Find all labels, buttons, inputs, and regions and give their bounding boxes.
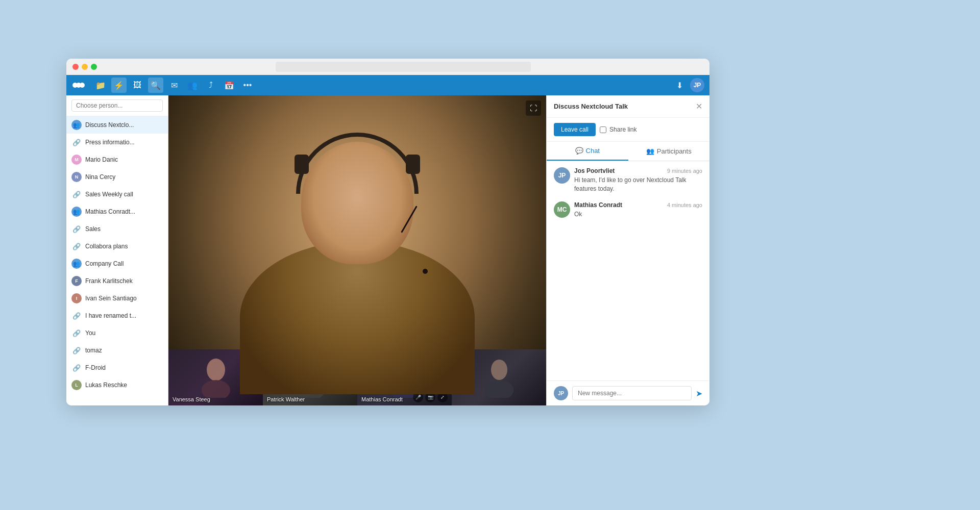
sidebar-item-collabora-plans[interactable]: 🔗 Collabora plans ••• bbox=[66, 238, 168, 255]
sidebar-item-label: Collabora plans bbox=[85, 243, 155, 250]
sidebar-item-label: Mario Danic bbox=[85, 156, 155, 163]
group-icon: 👥 bbox=[71, 207, 82, 217]
sidebar-item-label: You bbox=[85, 329, 155, 337]
chat-msg-avatar-1: JP bbox=[554, 167, 570, 184]
browser-titlebar bbox=[66, 59, 709, 75]
sidebar-item-company-call[interactable]: 👥 Company Call ••• bbox=[66, 255, 168, 272]
unknown-silhouette bbox=[484, 357, 514, 398]
chat-input-area: JP ➤ bbox=[547, 380, 709, 405]
avatar: I bbox=[71, 293, 82, 303]
chat-tab-label: Chat bbox=[586, 147, 600, 155]
calendar-icon[interactable]: 📅 bbox=[222, 78, 237, 93]
sidebar-item-label: Sales bbox=[85, 225, 155, 233]
flow-icon[interactable]: ⤴ bbox=[203, 78, 218, 93]
search-input[interactable] bbox=[71, 99, 163, 112]
chat-msg-author-1: Jos Poortvliet bbox=[574, 167, 615, 174]
avatar: N bbox=[71, 172, 82, 182]
chat-send-button[interactable]: ➤ bbox=[696, 389, 702, 398]
sidebar-item-ivan-sein[interactable]: I Ivan Sein Santiago ••• bbox=[66, 290, 168, 307]
close-chat-button[interactable]: ✕ bbox=[696, 101, 702, 111]
participants-tab-label: Participants bbox=[657, 147, 692, 155]
chat-message-input[interactable] bbox=[572, 386, 692, 400]
svg-point-10 bbox=[485, 380, 513, 398]
sidebar-item-sales[interactable]: 🔗 Sales ••• bbox=[66, 220, 168, 238]
group-icon: 👥 bbox=[71, 259, 82, 269]
chat-actions: Leave call Share link bbox=[547, 118, 709, 142]
chat-msg-text-1: Hi team, I'd like to go over Nextcloud T… bbox=[574, 176, 702, 193]
tab-participants[interactable]: 👥 Participants bbox=[628, 142, 710, 161]
minimize-traffic-light[interactable] bbox=[82, 64, 88, 70]
activity-icon[interactable]: ⚡ bbox=[111, 78, 127, 93]
sidebar-item-nina-cercy[interactable]: N Nina Cercy ••• bbox=[66, 168, 168, 186]
sidebar-item-mathias-conradt[interactable]: 👥 Mathias Conradt... ••• bbox=[66, 203, 168, 220]
svg-point-3 bbox=[207, 359, 225, 381]
user-avatar[interactable]: JP bbox=[690, 78, 704, 92]
address-bar[interactable] bbox=[276, 62, 531, 72]
gallery-icon[interactable]: 🖼 bbox=[130, 78, 145, 93]
video-expand-button[interactable]: ⛶ bbox=[526, 100, 541, 116]
sidebar-item-press-info[interactable]: 🔗 Press informatio... ••• bbox=[66, 134, 168, 151]
contacts-icon[interactable]: 👥 bbox=[185, 78, 200, 93]
chat-msg-time-2: 4 minutes ago bbox=[667, 202, 702, 208]
download-icon[interactable]: ⬇ bbox=[672, 78, 687, 93]
search-icon[interactable]: 🔍 bbox=[148, 78, 163, 93]
chat-msg-text-2: Ok bbox=[574, 210, 702, 219]
sidebar-item-label: Sales Weekly call bbox=[85, 191, 155, 198]
chat-panel-header: Discuss Nextcloud Talk ✕ bbox=[547, 95, 709, 118]
share-link-label: Share link bbox=[609, 126, 636, 133]
link-icon: 🔗 bbox=[71, 224, 82, 234]
chat-input-avatar: JP bbox=[554, 386, 568, 400]
sidebar: 👥 Discuss Nextclo... ••• 🔗 Press informa… bbox=[66, 95, 168, 405]
close-traffic-light[interactable] bbox=[72, 64, 79, 70]
browser-window: 📁 ⚡ 🖼 🔍 ✉ 👥 ⤴ 📅 ••• ⬇ JP 👥 Discuss Nextc… bbox=[66, 59, 709, 405]
sidebar-item-lukas-reschke[interactable]: L Lukas Reschke ••• bbox=[66, 376, 168, 394]
avatar: M bbox=[71, 155, 82, 165]
chat-panel-title: Discuss Nextcloud Talk bbox=[554, 103, 628, 110]
svg-point-9 bbox=[491, 360, 507, 380]
video-thumb-name-vanessa: Vanessa Steeg bbox=[173, 396, 210, 402]
sidebar-item-label: Frank Karlitschek bbox=[85, 277, 155, 285]
mail-icon[interactable]: ✉ bbox=[166, 78, 182, 93]
link-icon: 🔗 bbox=[71, 363, 82, 373]
share-link-checkbox[interactable] bbox=[600, 126, 606, 133]
sidebar-list: 👥 Discuss Nextclo... ••• 🔗 Press informa… bbox=[66, 116, 168, 405]
svg-point-2 bbox=[80, 83, 85, 88]
sidebar-item-label: Press informatio... bbox=[85, 139, 155, 146]
chat-msg-header-1: Jos Poortvliet 9 minutes ago bbox=[574, 167, 702, 174]
topbar-right: ⬇ JP bbox=[672, 78, 704, 93]
sidebar-item-discuss-nextcloud[interactable]: 👥 Discuss Nextclo... ••• bbox=[66, 116, 168, 134]
tab-chat[interactable]: 💬 Chat bbox=[547, 142, 628, 161]
link-icon: 🔗 bbox=[71, 189, 82, 199]
sidebar-item-label: I have renamed t... bbox=[85, 312, 155, 319]
link-icon: 🔗 bbox=[71, 328, 82, 338]
sidebar-item-label: Company Call bbox=[85, 260, 155, 267]
sidebar-item-fdroid[interactable]: 🔗 F-Droid ••• bbox=[66, 359, 168, 376]
maximize-traffic-light[interactable] bbox=[91, 64, 97, 70]
sidebar-item-label: tomaz bbox=[85, 347, 155, 354]
sidebar-item-sales-weekly[interactable]: 🔗 Sales Weekly call ••• bbox=[66, 186, 168, 203]
chat-tabs: 💬 Chat 👥 Participants bbox=[547, 142, 709, 161]
video-thumb-name-patrick: Patrick Walther bbox=[267, 396, 305, 402]
sidebar-item-renamed[interactable]: 🔗 I have renamed t... ••• bbox=[66, 307, 168, 324]
chat-msg-header-2: Mathias Conradt 4 minutes ago bbox=[574, 201, 702, 209]
sidebar-item-you[interactable]: 🔗 You ••• bbox=[66, 324, 168, 342]
sidebar-item-label: Discuss Nextclo... bbox=[85, 121, 155, 129]
chat-msg-avatar-2: MC bbox=[554, 201, 570, 218]
sidebar-item-tomaz[interactable]: 🔗 tomaz ••• bbox=[66, 342, 168, 359]
video-area: ⛶ Vanessa Steeg bbox=[168, 95, 546, 405]
main-content: ⛶ Vanessa Steeg bbox=[168, 95, 709, 405]
sidebar-item-mario-danic[interactable]: M Mario Danic ••• bbox=[66, 151, 168, 168]
chat-msg-time-1: 9 minutes ago bbox=[667, 168, 702, 174]
chat-panel: Discuss Nextcloud Talk ✕ Leave call Shar… bbox=[546, 95, 709, 405]
leave-call-button[interactable]: Leave call bbox=[554, 123, 596, 136]
files-icon[interactable]: 📁 bbox=[93, 78, 108, 93]
sidebar-item-label: Mathias Conradt... bbox=[85, 208, 155, 215]
nextcloud-logo[interactable] bbox=[71, 78, 86, 92]
link-icon: 🔗 bbox=[71, 137, 82, 147]
traffic-lights bbox=[72, 64, 97, 70]
sidebar-item-label: Nina Cercy bbox=[85, 173, 155, 181]
avatar: L bbox=[71, 380, 82, 390]
more-apps-icon[interactable]: ••• bbox=[240, 78, 255, 93]
participants-tab-icon: 👥 bbox=[646, 147, 654, 155]
sidebar-item-frank-karlitschek[interactable]: F Frank Karlitschek ••• bbox=[66, 272, 168, 290]
